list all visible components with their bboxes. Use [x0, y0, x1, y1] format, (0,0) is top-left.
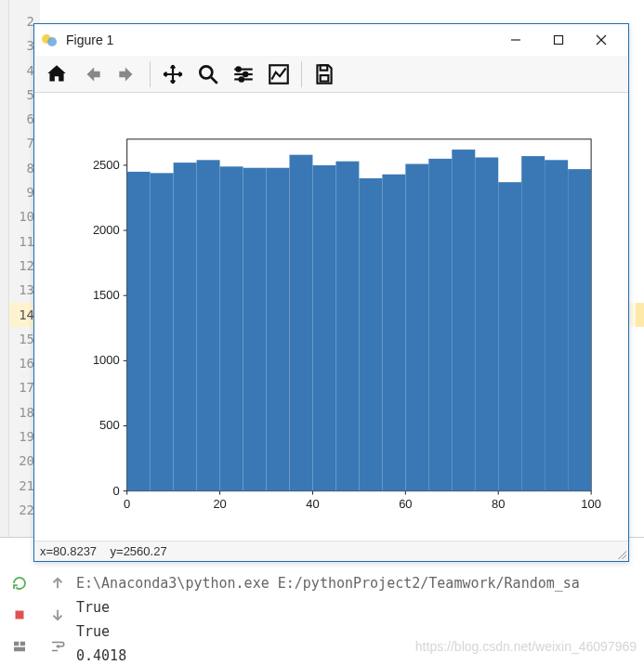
minimize-button[interactable] [494, 26, 537, 54]
down-icon[interactable] [49, 606, 66, 627]
svg-rect-60 [498, 182, 521, 491]
status-x-prefix: x= [40, 544, 53, 558]
statusbar: x=80.8237 y=2560.27 [34, 541, 628, 561]
figure-toolbar [34, 56, 628, 93]
layout-icon[interactable] [11, 638, 28, 658]
pan-button[interactable] [156, 59, 190, 90]
svg-rect-18 [321, 75, 329, 82]
svg-rect-5 [555, 36, 563, 45]
svg-point-8 [200, 66, 212, 78]
svg-text:80: 80 [492, 497, 505, 511]
chart-svg: 05001000150020002500020406080100 [34, 93, 628, 538]
svg-rect-58 [452, 150, 475, 491]
svg-rect-51 [289, 155, 312, 491]
status-y-prefix: y= [111, 544, 124, 558]
status-x: 80.8237 [53, 544, 97, 558]
svg-line-9 [211, 77, 217, 84]
svg-text:1000: 1000 [93, 353, 120, 367]
up-icon[interactable] [49, 575, 66, 595]
svg-text:0: 0 [113, 484, 120, 498]
gutter-highlight-marker [636, 303, 644, 327]
back-button[interactable] [75, 59, 109, 90]
svg-text:20: 20 [213, 497, 226, 511]
titlebar[interactable]: Figure 1 [34, 24, 628, 56]
svg-rect-61 [521, 156, 545, 491]
save-button[interactable] [308, 59, 341, 90]
svg-rect-55 [382, 175, 405, 491]
svg-rect-50 [267, 168, 290, 491]
resize-grip[interactable] [615, 548, 626, 559]
svg-text:500: 500 [99, 418, 120, 432]
svg-text:1500: 1500 [93, 288, 120, 302]
svg-rect-1 [14, 642, 19, 646]
svg-point-15 [240, 77, 243, 81]
console-line: E:\Anaconda3\python.exe E:/pythonProject… [76, 571, 644, 595]
console-line: True [76, 595, 644, 619]
subplots-button[interactable] [227, 59, 260, 90]
stop-icon[interactable] [11, 606, 28, 627]
svg-rect-45 [151, 173, 174, 490]
wrap-icon[interactable] [49, 638, 66, 658]
svg-rect-3 [14, 647, 25, 652]
svg-text:2000: 2000 [93, 223, 120, 237]
svg-rect-44 [127, 172, 151, 491]
figure-window: Figure 1 0500100015002000250002040608010… [33, 23, 629, 562]
svg-text:40: 40 [306, 497, 319, 511]
svg-rect-62 [545, 160, 568, 490]
svg-text:100: 100 [581, 497, 601, 511]
svg-rect-59 [475, 157, 498, 490]
plot-area[interactable]: 05001000150020002500020406080100 [34, 93, 628, 541]
watermark: https://blog.csdn.net/weixin_46097969 [415, 639, 637, 654]
zoom-button[interactable] [191, 59, 225, 90]
home-button[interactable] [40, 59, 73, 90]
svg-rect-0 [15, 611, 23, 619]
svg-text:0: 0 [124, 497, 130, 511]
axes-button[interactable] [262, 59, 296, 90]
toolbar-separator [150, 61, 151, 87]
window-title: Figure 1 [66, 33, 494, 47]
forward-button[interactable] [111, 59, 144, 90]
svg-text:60: 60 [399, 497, 412, 511]
svg-rect-48 [220, 166, 243, 490]
svg-rect-47 [197, 160, 220, 490]
svg-rect-56 [405, 164, 428, 491]
status-y: 2560.27 [124, 544, 167, 558]
svg-rect-46 [174, 163, 197, 491]
close-button[interactable] [580, 26, 623, 54]
svg-text:2500: 2500 [93, 158, 120, 172]
svg-point-13 [236, 67, 240, 71]
svg-rect-54 [359, 178, 382, 491]
svg-rect-2 [20, 642, 24, 646]
svg-rect-53 [335, 162, 359, 491]
toolbar-separator [301, 61, 302, 87]
svg-point-14 [243, 72, 247, 75]
svg-rect-52 [312, 165, 335, 491]
svg-rect-49 [243, 168, 267, 491]
rerun-icon[interactable] [11, 575, 28, 595]
maximize-button[interactable] [537, 26, 580, 54]
matplotlib-icon [42, 32, 59, 48]
svg-rect-63 [568, 169, 591, 491]
svg-rect-57 [428, 159, 452, 491]
svg-rect-17 [321, 65, 328, 70]
